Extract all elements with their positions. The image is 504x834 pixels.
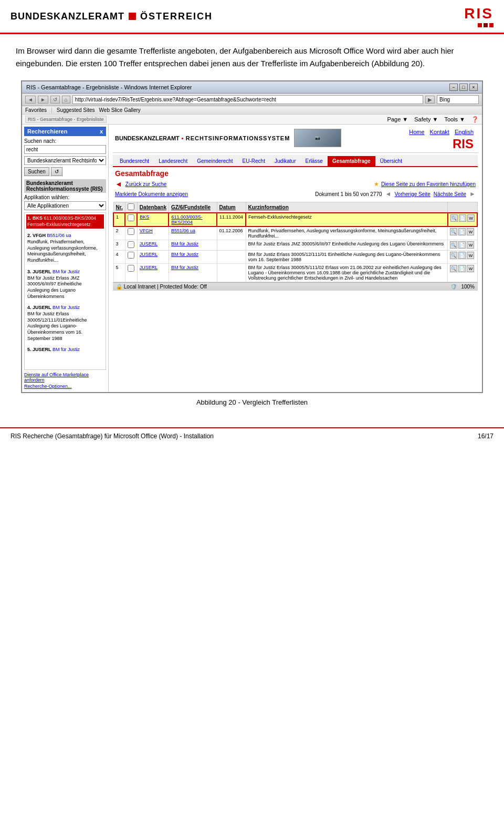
- toolbar-webslice[interactable]: Web Slice Gallery: [99, 107, 141, 113]
- footer-text: RIS Recherche (Gesamtabfrage) für Micros…: [10, 433, 214, 440]
- browser-close-btn[interactable]: ×: [469, 84, 478, 91]
- cell-check: [125, 213, 137, 226]
- action-icon-5-3[interactable]: W: [467, 265, 474, 272]
- row-checkbox-4[interactable]: [128, 252, 134, 259]
- search-panel: Recherchieren x Suchen nach: Bundeskanzl…: [22, 125, 109, 392]
- tab-erlasse[interactable]: Erlässe: [301, 156, 328, 166]
- section-header: Bundeskanzleramt Rechtsinformationssyste…: [24, 179, 106, 193]
- action-icon-3-3[interactable]: W: [467, 241, 474, 249]
- result-item-1[interactable]: 1. BKS 611.003/003S-BKS/2004 Fernseh-Exk…: [26, 214, 104, 229]
- search-select-db[interactable]: Bundeskanzleramt Rechtsinform: [24, 156, 106, 165]
- cell-gz: B551/06 ua: [169, 226, 217, 240]
- menu-safety[interactable]: Safety ▼: [414, 116, 438, 123]
- cell-info: Rundfunk, Privatfernsehen, Auslegung ver…: [246, 226, 448, 240]
- search-input[interactable]: [24, 145, 106, 154]
- action-icons-3: 🔍 📄 W: [450, 241, 475, 249]
- nav-home[interactable]: Home: [409, 129, 424, 135]
- row-checkbox-3[interactable]: [128, 241, 134, 248]
- toolbar-suggested[interactable]: Suggested Sites: [57, 107, 95, 113]
- header-logo: BUNDESKANZLERAMT ÖSTERREICH: [10, 11, 213, 22]
- result-item-3[interactable]: 3. JUSERL BM für Justiz BM für Justiz Er…: [26, 268, 104, 301]
- marked-docs-link[interactable]: Markierte Dokumente anzeigen: [115, 191, 188, 197]
- tab-gemeinderecht[interactable]: Gemeinderecht: [192, 156, 237, 166]
- cell-gz: BM für Justiz: [169, 240, 217, 251]
- result-item-5[interactable]: 5. JUSERL BM für Justiz: [26, 346, 104, 354]
- prev-page-link[interactable]: Vorherige Seite: [394, 191, 430, 197]
- favorites-link[interactable]: Diese Seite zu den Favoriten hinzufügen: [381, 181, 476, 187]
- results-header: Gesamtabfrage ◄ Zurück zur Suche ★ Diese…: [113, 167, 478, 202]
- tab-bundesrecht[interactable]: Bundesrecht: [115, 156, 154, 166]
- ris-inner-nav: Home Kontakt English: [409, 129, 474, 135]
- cell-db: BKS: [137, 213, 169, 226]
- row-checkbox-2[interactable]: [128, 228, 134, 235]
- action-icon-3[interactable]: W: [467, 214, 475, 222]
- menu-page[interactable]: Page ▼: [387, 116, 408, 123]
- table-header-row: Nr. Datenbank GZ/6/Fundstelle Datum Kurz…: [113, 202, 477, 213]
- browser-forward-btn[interactable]: ►: [38, 96, 48, 104]
- browser-home-btn[interactable]: ⌂: [62, 96, 70, 104]
- nav-kontakt[interactable]: Kontakt: [430, 129, 449, 135]
- action-icon-2-2[interactable]: 📄: [458, 228, 466, 235]
- next-page-link[interactable]: Nächste Seite: [434, 191, 466, 197]
- cell-info: BM für Justiz Erlass JMZ 30005/6/III/97 …: [246, 240, 448, 251]
- cell-check: [125, 240, 137, 251]
- search-panel-title: Recherchieren x: [24, 127, 106, 136]
- menu-tools[interactable]: Tools ▼: [444, 116, 465, 123]
- search-submit-btn[interactable]: Suchen: [24, 167, 49, 176]
- browser-url-input[interactable]: http://virtual-risdev7/RisTest/Ergebnis.…: [72, 95, 423, 104]
- dienste-link[interactable]: Dienste auf Office Marketplace anfordern: [24, 372, 106, 383]
- nav-tabs: Bundesrecht Landesrecht Gemeinderecht EU…: [113, 155, 478, 167]
- favorites-area: ★ Diese Seite zu den Favoriten hinzufüge…: [374, 181, 476, 188]
- action-icon-3-1[interactable]: 🔍: [450, 241, 457, 249]
- ris-logo-text: RIS: [464, 5, 494, 22]
- nav-english[interactable]: English: [455, 129, 474, 135]
- action-icon-1[interactable]: 🔍: [450, 214, 458, 222]
- ris-banner: BUNDESKANZLERAMT ▪ RECHTSINFORMATIONSSYS…: [115, 129, 341, 147]
- ris-breadcrumb-label: RIS - Gesamtabfrage - Ergebnisliste: [25, 116, 107, 123]
- action-icon-4-2[interactable]: 📄: [458, 252, 466, 259]
- zoom-level: 100%: [461, 284, 475, 290]
- results-nav-left: ◄ Zurück zur Suche: [115, 180, 166, 188]
- results-table: Nr. Datenbank GZ/6/Fundstelle Datum Kurz…: [113, 202, 478, 282]
- back-link[interactable]: Zurück zur Suche: [125, 181, 166, 187]
- browser-go-btn[interactable]: ▶: [425, 96, 435, 104]
- tab-ubersicht[interactable]: Übersicht: [375, 156, 407, 166]
- select-all-checkbox[interactable]: [128, 203, 134, 210]
- cell-date: [217, 240, 246, 251]
- action-icon-4-3[interactable]: W: [467, 252, 474, 259]
- browser-back-btn[interactable]: ◄: [25, 96, 36, 104]
- action-icon-3-2[interactable]: 📄: [458, 241, 466, 249]
- browser-maximize-btn[interactable]: □: [459, 84, 468, 91]
- browser-minimize-btn[interactable]: −: [449, 84, 458, 91]
- main-content: Im Browser wird dann die gesamte Treffer…: [0, 34, 504, 417]
- cell-info: Fernseh-Exklusivrechtegesetz: [246, 213, 448, 226]
- tab-eu-recht[interactable]: EU-Recht: [238, 156, 270, 166]
- tab-landesrecht[interactable]: Landesrecht: [154, 156, 192, 166]
- results-title: Gesamtabfrage: [115, 169, 476, 178]
- tab-judikatur[interactable]: Judikatur: [270, 156, 301, 166]
- menu-help[interactable]: ❓: [471, 116, 479, 123]
- result-area: BUNDESKANZLERAMT ▪ RECHTSINFORMATIONSSYS…: [109, 125, 482, 392]
- applikation-select[interactable]: Alle Applikationen: [24, 201, 106, 210]
- doc-count: Dokument 1 bis 50 von 2770: [315, 191, 382, 197]
- row-checkbox-5[interactable]: [128, 265, 134, 272]
- cell-actions: 🔍 📄 W: [448, 213, 477, 226]
- action-icon-4-1[interactable]: 🔍: [450, 252, 457, 259]
- action-icon-2[interactable]: 📄: [459, 214, 466, 222]
- action-icon-5-2[interactable]: 📄: [458, 265, 466, 272]
- action-icon-5-1[interactable]: 🔍: [450, 265, 457, 272]
- action-icon-2-1[interactable]: 🔍: [450, 228, 457, 235]
- tab-gesamtabfrage[interactable]: Gesamtabfrage: [328, 156, 375, 166]
- browser-search-input[interactable]: Bing: [437, 95, 479, 104]
- cell-actions: 🔍 📄 W: [448, 240, 477, 251]
- search-clear-btn[interactable]: ↺: [51, 167, 62, 176]
- result-item-2[interactable]: 2. VFGH B551/06 ua Rundfunk, Privatferns…: [26, 232, 104, 264]
- action-icon-2-3[interactable]: W: [467, 228, 474, 235]
- cell-date: [217, 264, 246, 282]
- row-checkbox-1[interactable]: [128, 214, 134, 221]
- col-date: Datum: [217, 202, 246, 213]
- intro-paragraph: Im Browser wird dann die gesamte Treffer…: [16, 45, 488, 70]
- browser-refresh-btn[interactable]: ↺: [50, 96, 60, 104]
- result-item-4[interactable]: 4. JUSERL BM für Justiz BM für Justiz Er…: [26, 304, 104, 343]
- options-link[interactable]: Recherche-Optionen...: [24, 384, 106, 389]
